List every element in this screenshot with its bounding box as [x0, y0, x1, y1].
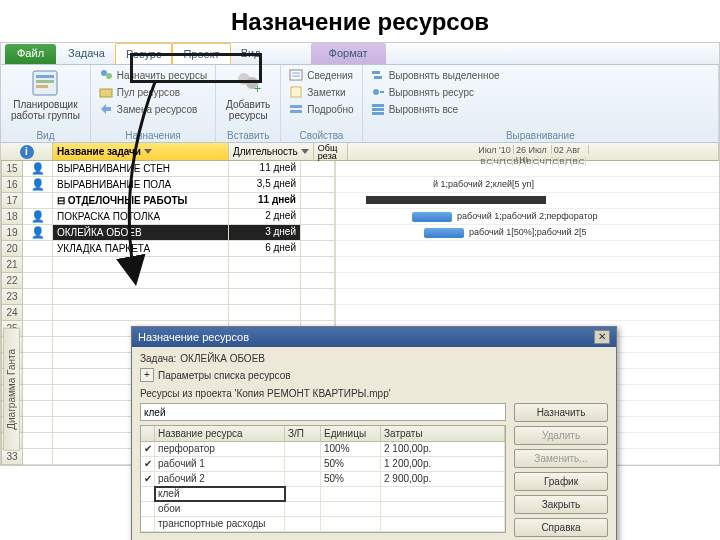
reserve-cell[interactable] [301, 241, 335, 257]
reserve-cell[interactable] [301, 257, 335, 273]
reserve-cell[interactable] [301, 273, 335, 289]
level-resource-button[interactable]: Выровнять ресурс [369, 84, 712, 100]
row-number[interactable]: 19 [1, 225, 23, 241]
duration-cell[interactable] [229, 257, 301, 273]
duration-cell[interactable]: 2 дней [229, 209, 301, 225]
row-number[interactable]: 20 [1, 241, 23, 257]
gantt-row[interactable] [336, 193, 719, 209]
notes-button[interactable]: Заметки [287, 84, 355, 100]
reserve-column-header[interactable]: Общ реза [314, 143, 348, 160]
task-name-cell[interactable] [53, 257, 229, 273]
help-button[interactable]: Справка [514, 518, 608, 537]
task-name-cell[interactable]: ОКЛЕЙКА ОБОЕВ [53, 225, 229, 241]
row-number[interactable]: 15 [1, 161, 23, 177]
row-number[interactable]: 16 [1, 177, 23, 193]
rd-cell[interactable] [285, 517, 321, 531]
close-dialog-button[interactable]: Закрыть [514, 495, 608, 514]
details-button[interactable]: Подробно [287, 101, 355, 117]
resource-name-cell[interactable]: перфоратор [155, 442, 285, 456]
task-name-cell[interactable]: ПОКРАСКА ПОТОЛКА [53, 209, 229, 225]
tab-task[interactable]: Задача [58, 43, 115, 64]
task-name-cell[interactable] [53, 305, 229, 321]
duration-cell[interactable]: 3,5 дней [229, 177, 301, 193]
units-cell[interactable]: 50% [321, 472, 381, 486]
task-name-cell[interactable]: ВЫРАВНИВАНИЕ ПОЛА [53, 177, 229, 193]
gantt-row[interactable] [336, 257, 719, 273]
resource-name-cell[interactable]: клей [155, 487, 285, 501]
resource-row[interactable]: ✔рабочий 250%2 900,00р. [141, 472, 505, 487]
duration-cell[interactable]: 11 дней [229, 161, 301, 177]
resource-name-cell[interactable]: рабочий 2 [155, 472, 285, 486]
col-cost[interactable]: Затраты [381, 426, 505, 441]
resource-row[interactable]: ✔рабочий 150%1 200,00р. [141, 457, 505, 472]
resource-pool-button[interactable]: Пул ресурсов [97, 84, 209, 100]
level-all-button[interactable]: Выровнять все [369, 101, 712, 117]
resource-search-input[interactable] [140, 403, 506, 421]
gantt-side-label[interactable]: Диаграмма Ганта [3, 328, 20, 451]
check-cell[interactable]: ✔ [141, 472, 155, 486]
row-number[interactable]: 33 [1, 449, 23, 465]
duration-cell[interactable]: 6 дней [229, 241, 301, 257]
task-name-cell[interactable]: ⊟ ОТДЕЛОЧНЫЕ РАБОТЫ [53, 193, 229, 209]
reserve-cell[interactable] [301, 209, 335, 225]
reserve-cell[interactable] [301, 193, 335, 209]
replace-button[interactable]: Заменить... [514, 449, 608, 468]
cost-cell[interactable] [381, 502, 505, 516]
col-name[interactable]: Название ресурса [155, 426, 285, 441]
units-cell[interactable] [321, 517, 381, 531]
resource-name-cell[interactable]: обои [155, 502, 285, 516]
rd-cell[interactable] [285, 472, 321, 486]
gantt-row[interactable] [336, 289, 719, 305]
task-name-cell[interactable] [53, 289, 229, 305]
gantt-row[interactable] [336, 161, 719, 177]
check-cell[interactable]: ✔ [141, 442, 155, 456]
rd-cell[interactable] [285, 442, 321, 456]
duration-cell[interactable]: 3 дней [229, 225, 301, 241]
rd-cell[interactable] [285, 457, 321, 471]
reserve-cell[interactable] [301, 161, 335, 177]
cost-cell[interactable] [381, 517, 505, 531]
units-cell[interactable]: 100% [321, 442, 381, 456]
check-cell[interactable] [141, 487, 155, 501]
cost-cell[interactable]: 2 900,00р. [381, 472, 505, 486]
duration-column-header[interactable]: Длительность [229, 143, 314, 160]
dialog-titlebar[interactable]: Назначение ресурсов ✕ [132, 327, 616, 347]
team-planner-button[interactable]: Планировщик работы группы [7, 67, 84, 123]
level-selection-button[interactable]: Выровнять выделенное [369, 67, 712, 83]
reserve-cell[interactable] [301, 225, 335, 241]
row-number[interactable]: 18 [1, 209, 23, 225]
close-button[interactable]: ✕ [594, 330, 610, 344]
replace-resources-button[interactable]: Замена ресурсов [97, 101, 209, 117]
resource-row[interactable]: транспортные расходы [141, 517, 505, 532]
reserve-cell[interactable] [301, 305, 335, 321]
info-button[interactable]: Сведения [287, 67, 355, 83]
expand-button[interactable]: + [140, 368, 154, 382]
tab-format[interactable]: Формат [311, 43, 386, 64]
cost-cell[interactable]: 1 200,00р. [381, 457, 505, 471]
units-cell[interactable] [321, 502, 381, 516]
gantt-row[interactable] [336, 273, 719, 289]
task-name-cell[interactable] [53, 273, 229, 289]
cost-cell[interactable] [381, 487, 505, 501]
check-cell[interactable] [141, 502, 155, 516]
duration-cell[interactable] [229, 273, 301, 289]
resource-row[interactable]: клей [141, 487, 505, 502]
row-number[interactable]: 23 [1, 289, 23, 305]
col-units[interactable]: Единицы [321, 426, 381, 441]
resource-name-cell[interactable]: рабочий 1 [155, 457, 285, 471]
resource-grid[interactable]: Название ресурса З/П Единицы Затраты ✔пе… [140, 425, 506, 533]
check-cell[interactable] [141, 517, 155, 531]
row-number[interactable]: 22 [1, 273, 23, 289]
units-cell[interactable] [321, 487, 381, 501]
rd-cell[interactable] [285, 487, 321, 501]
task-name-cell[interactable]: ВЫРАВНИВАНИЕ СТЕН [53, 161, 229, 177]
resource-name-cell[interactable]: транспортные расходы [155, 517, 285, 531]
units-cell[interactable]: 50% [321, 457, 381, 471]
duration-cell[interactable] [229, 289, 301, 305]
col-rd[interactable]: З/П [285, 426, 321, 441]
reserve-cell[interactable] [301, 289, 335, 305]
assign-button[interactable]: Назначить [514, 403, 608, 422]
resource-row[interactable]: ✔перфоратор100%2 100,00р. [141, 442, 505, 457]
row-number[interactable]: 17 [1, 193, 23, 209]
duration-cell[interactable] [229, 305, 301, 321]
